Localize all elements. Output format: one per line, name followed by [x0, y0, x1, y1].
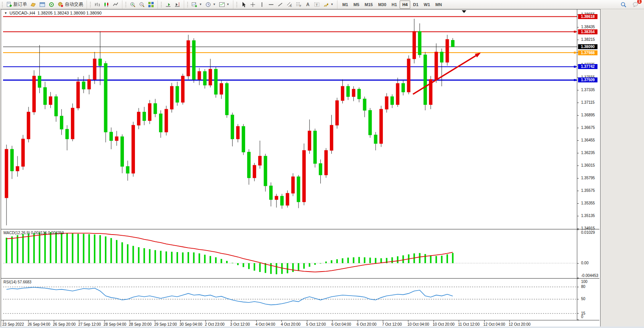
toolbar-group-chart-type	[87, 0, 121, 9]
time-tick-mark	[383, 320, 383, 322]
window-bottom-edge	[0, 326, 644, 328]
crosshair-button[interactable]	[248, 0, 257, 9]
new-order-button[interactable]: 新订单	[5, 0, 29, 9]
time-tick-mark	[332, 320, 332, 322]
price-tick-label: 1.35795	[581, 176, 595, 180]
tile-windows-button[interactable]	[146, 0, 156, 9]
timeframe-m15-button[interactable]: M15	[362, 0, 375, 9]
application-window: 新订单自动交易▼▼▼EFAT▼M1M5M15M30H1H4D1W1MN1 ▼ U…	[0, 0, 644, 328]
price-tick-mark	[577, 40, 579, 40]
macd-tick-label: 0.00	[581, 261, 588, 265]
channel-button[interactable]: E	[285, 0, 294, 9]
mdi-background	[601, 9, 644, 328]
toolbar-grip	[90, 2, 92, 7]
arrows-button-caret-icon[interactable]: ▼	[331, 3, 334, 6]
toolbar-grip	[2, 2, 4, 7]
price-tick-mark	[577, 178, 579, 178]
cursor-icon	[241, 2, 247, 8]
time-tick-label: 27 Sep 12:00	[78, 322, 101, 326]
macd-tick-mark	[577, 263, 579, 264]
chart-ohlc-values: 1.38205 1.38243 1.38090 1.38090	[37, 11, 101, 15]
text-label-button[interactable]: T	[312, 0, 321, 9]
vertical-line-button[interactable]	[257, 0, 267, 9]
time-tick-label: 10 Oct 04:00	[407, 322, 429, 326]
zoom-in-button[interactable]	[128, 0, 137, 9]
bar-chart-button[interactable]	[93, 0, 102, 9]
price-tick-label: 1.38215	[581, 37, 595, 42]
new-order-button-label: 新订单	[13, 1, 27, 8]
timeframe-m5-button[interactable]: M5	[351, 0, 362, 9]
timeframe-w1-button[interactable]: W1	[421, 0, 433, 9]
rsi-panel-separator[interactable]	[1, 278, 599, 279]
price-tick-mark	[577, 103, 579, 103]
price-line-label: 1.38618	[578, 14, 597, 19]
zoom-out-button[interactable]	[137, 0, 146, 9]
time-tick-mark	[206, 320, 206, 322]
chart-collapse-icon[interactable]: ▼	[4, 11, 7, 15]
rsi-plot[interactable]	[3, 279, 577, 319]
time-tick-mark	[79, 320, 79, 322]
price-tick-mark	[577, 27, 579, 27]
new-chart-button-caret-icon[interactable]: ▼	[199, 3, 202, 6]
templates-button-caret-icon[interactable]: ▼	[226, 3, 230, 6]
text-button[interactable]: A	[303, 0, 312, 9]
time-tick-mark	[231, 320, 231, 322]
autotrading-button[interactable]: 自动交易	[56, 0, 85, 9]
svg-text:E: E	[290, 5, 292, 7]
timeframe-mn-button[interactable]: MN	[433, 0, 445, 9]
cursor-button[interactable]	[239, 0, 248, 9]
time-tick-label: 29 Sep 12:00	[154, 322, 177, 326]
time-tick-mark	[281, 320, 282, 322]
price-tick-label: 1.35135	[581, 214, 595, 218]
macd-plot[interactable]	[3, 230, 577, 278]
timeframe-h4-button[interactable]: H4	[400, 0, 410, 9]
time-tick-label: 12 Oct 04:00	[483, 322, 505, 326]
price-tick-mark	[577, 228, 579, 229]
templates-button[interactable]: ▼	[217, 0, 231, 9]
signals-button[interactable]	[47, 0, 56, 9]
navigator-button[interactable]	[38, 0, 47, 9]
auto-scroll-button[interactable]	[164, 0, 173, 9]
candlestick-button[interactable]	[102, 0, 111, 9]
chart-window[interactable]: ▼ USDCAD-,H4 1.38205 1.38243 1.38090 1.3…	[1, 9, 601, 328]
toolbar-grip	[236, 2, 238, 7]
timeframe-h1-button[interactable]: H1	[389, 0, 400, 9]
rsi-tick-label: 0	[581, 315, 583, 319]
time-tick-label: 4 Oct 04:00	[255, 322, 275, 326]
timeframe-m1-button[interactable]: M1	[340, 0, 351, 9]
time-tick-mark	[434, 320, 434, 322]
price-tick-label: 1.36675	[581, 125, 595, 130]
macd-panel-separator[interactable]	[1, 229, 599, 230]
time-tick-label: 26 Sep 04:00	[27, 322, 50, 326]
timeframe-d1-button[interactable]: D1	[410, 0, 421, 9]
chart-shift-button[interactable]	[173, 0, 182, 9]
price-chart-plot[interactable]	[3, 10, 577, 229]
market-watch-button[interactable]	[29, 0, 38, 9]
line-chart-button[interactable]	[111, 0, 120, 9]
arrows-button[interactable]: ▼	[321, 0, 335, 9]
signals-icon	[48, 2, 55, 8]
new-chart-button[interactable]: ▼	[190, 0, 204, 9]
fibonacci-button[interactable]: F	[294, 0, 303, 9]
price-line-label: 1.38090	[578, 44, 597, 49]
horizontal-line-button[interactable]	[267, 0, 276, 9]
price-axis-border	[577, 10, 577, 320]
time-tick-mark	[28, 320, 29, 322]
time-tick-mark	[256, 320, 257, 322]
toolbar-grip	[161, 2, 163, 7]
price-tick-label: 1.35575	[581, 188, 595, 193]
search-icon	[620, 2, 626, 8]
periods-button[interactable]: ▼	[204, 0, 217, 9]
trendline-button[interactable]	[276, 0, 285, 9]
search-button[interactable]	[619, 0, 628, 9]
timeframe-m30-button[interactable]: M30	[376, 0, 389, 9]
chat-button[interactable]: 1	[631, 0, 640, 9]
svg-text:T: T	[316, 3, 318, 6]
periods-button-caret-icon[interactable]: ▼	[213, 3, 216, 6]
channel-icon: E	[286, 2, 292, 8]
navigator-icon	[39, 2, 45, 8]
autotrading-icon	[58, 2, 64, 8]
macd-tick-mark	[577, 230, 579, 230]
candlestick-icon	[103, 2, 109, 8]
time-tick-mark	[3, 320, 3, 322]
